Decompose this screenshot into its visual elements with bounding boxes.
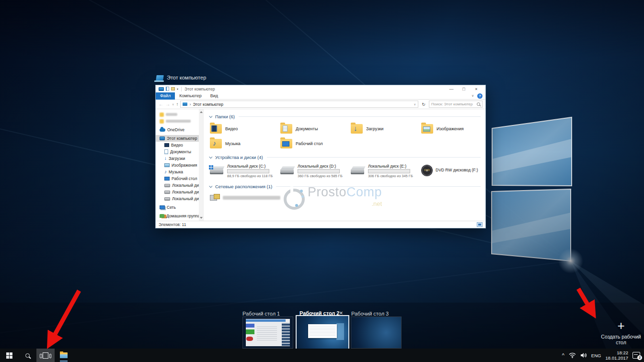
folder-tile-desktop[interactable]: Рабочий стол: [280, 136, 351, 151]
group-header-devices[interactable]: Устройства и диски (4): [210, 154, 481, 160]
sidebar-item-music[interactable]: ♪ Музыка: [156, 169, 203, 175]
collapse-chevron-icon[interactable]: [209, 184, 212, 188]
sidebar-item-this-pc[interactable]: Этот компьютер: [156, 135, 203, 142]
watermark-text-blue: Comp: [346, 185, 382, 199]
breadcrumb[interactable]: Этот компьютер: [193, 102, 223, 107]
qat-computer-icon[interactable]: [159, 87, 164, 91]
minimize-button[interactable]: —: [445, 86, 458, 92]
history-dropdown-icon[interactable]: ∨: [172, 102, 174, 106]
status-text: Элементов: 11: [159, 222, 186, 227]
capacity-bar: [368, 169, 410, 173]
collapse-chevron-icon[interactable]: [209, 114, 212, 118]
sidebar-item-downloads[interactable]: ↑ Загрузки: [156, 155, 203, 162]
folder-icon: [421, 124, 433, 134]
address-dropdown-icon[interactable]: ∨: [414, 102, 416, 106]
help-button[interactable]: ?: [477, 93, 483, 99]
language-indicator[interactable]: ENG: [591, 353, 601, 358]
tab-computer[interactable]: Компьютер: [175, 92, 206, 100]
folder-label: Рабочий стол: [296, 141, 323, 146]
sidebar-item-local-disk-d[interactable]: Локальный диск: [156, 189, 203, 195]
collapse-chevron-icon[interactable]: [209, 155, 212, 158]
sidebar-item-videos[interactable]: Видео: [156, 142, 203, 148]
desktop-label-2[interactable]: Рабочий стол 2: [299, 310, 339, 316]
sidebar-item-desktop[interactable]: Рабочий стол: [156, 175, 203, 182]
view-thumbnails-button[interactable]: [477, 222, 483, 227]
wifi-icon[interactable]: [569, 352, 576, 358]
music-note-icon: ♪: [164, 170, 167, 174]
video-icon: [164, 143, 169, 147]
windows-flag-icon: [209, 165, 213, 170]
network-icon: [160, 205, 165, 209]
close-desktop-button[interactable]: ×: [339, 310, 343, 316]
task-view-button[interactable]: [36, 349, 55, 362]
group-header-folders[interactable]: Папки (6): [210, 113, 481, 120]
tab-file[interactable]: Файл: [156, 92, 175, 100]
desktop-label-3[interactable]: Рабочий стол 3: [351, 311, 389, 317]
sidebar-item-label: Загрузки: [169, 156, 185, 161]
action-center-button[interactable]: 2: [632, 352, 640, 359]
sidebar-item-onedrive[interactable]: OneDrive: [156, 126, 203, 133]
folder-tile-music[interactable]: ♪ Музыка: [210, 136, 280, 151]
sidebar-item-pictures[interactable]: Изображения: [156, 162, 203, 169]
address-bar[interactable]: › Этот компьютер ∨: [180, 101, 418, 108]
sidebar-scrollbar[interactable]: [199, 109, 203, 221]
close-button[interactable]: ×: [470, 86, 483, 92]
desktop-thumbnail-2[interactable]: [297, 316, 348, 349]
folder-icon: ↓: [351, 124, 363, 134]
tray-expand-chevron[interactable]: ^: [562, 353, 564, 358]
folder-tile-videos[interactable]: Видео: [210, 121, 280, 136]
ribbon-collapse-icon[interactable]: ∨: [472, 94, 474, 98]
sidebar-item-documents[interactable]: Документы: [156, 148, 203, 155]
sidebar-item-local-disk-c[interactable]: Локальный диск: [156, 182, 203, 189]
sidebar-item-local-disk-e[interactable]: Локальный диск: [156, 195, 203, 202]
scroll-down-icon[interactable]: [200, 217, 203, 219]
ribbon-tabs: Файл Компьютер Вид ∨ ?: [156, 92, 485, 100]
sidebar-item-quick-access-1[interactable]: [156, 111, 203, 118]
folder-tile-downloads[interactable]: ↓ Загрузки: [351, 121, 421, 136]
drive-tile-d[interactable]: Локальный диск (D:) 360 ГБ свободно из 5…: [280, 162, 351, 181]
new-desktop-button[interactable]: +: [615, 320, 627, 332]
folder-tile-documents[interactable]: Документы: [280, 121, 351, 136]
tab-view[interactable]: Вид: [206, 92, 222, 100]
back-button[interactable]: ←: [159, 102, 163, 107]
search-box[interactable]: [429, 101, 483, 108]
search-input[interactable]: [431, 102, 477, 106]
clock[interactable]: 18:22 18.01.2017: [605, 350, 628, 361]
dvd-disc-icon: DVD: [421, 165, 433, 176]
start-button[interactable]: [0, 349, 18, 362]
desktop-thumbnail-3[interactable]: [351, 317, 401, 348]
drive-tile-c[interactable]: Локальный диск (C:) 88,9 ГБ свободно из …: [210, 162, 280, 181]
sidebar-item-quick-access-2[interactable]: [156, 118, 203, 124]
blurred-label: [166, 113, 177, 116]
drive-name: Локальный диск (C:): [227, 164, 273, 169]
up-button[interactable]: ↑: [176, 102, 178, 107]
picture-icon: [164, 163, 170, 167]
status-bar: Элементов: 11: [156, 221, 485, 228]
scroll-up-icon[interactable]: [200, 111, 203, 113]
sidebar-item-homegroup[interactable]: Домашняя группа: [156, 213, 203, 219]
refresh-button[interactable]: ↻: [420, 102, 427, 107]
folder-icon: [280, 124, 292, 134]
file-list: Папки (6) Видео Документы ↓ Загрузки: [204, 109, 485, 221]
folder-label: Загрузки: [366, 126, 383, 131]
drive-tile-dvd[interactable]: DVD DVD RW дисковод (F:): [421, 162, 485, 181]
file-explorer-button[interactable]: [55, 349, 73, 362]
forward-button[interactable]: →: [165, 102, 170, 107]
crumb-separator-icon: ›: [189, 102, 191, 107]
taskbar-search-button[interactable]: [18, 349, 36, 362]
qat-properties-icon[interactable]: [166, 87, 169, 91]
volume-icon[interactable]: [580, 352, 587, 358]
explorer-window[interactable]: ▾ Этот компьютер — □ × Файл Компьютер Ви…: [155, 85, 486, 228]
sidebar-item-label: Сеть: [167, 205, 176, 210]
folder-tile-pictures[interactable]: Изображения: [421, 121, 485, 136]
qat-dropdown-icon[interactable]: ▾: [177, 87, 178, 90]
onedrive-cloud-icon: [160, 128, 165, 132]
desktop-thumbnail-1[interactable]: [243, 317, 293, 348]
drive-name: DVD RW дисковод (F:): [436, 168, 478, 181]
drive-tile-e[interactable]: Локальный диск (E:) 306 ГБ свободно из 3…: [351, 162, 421, 181]
watermark-logo-icon: [283, 185, 304, 207]
maximize-button[interactable]: □: [458, 86, 470, 92]
qat-new-folder-icon[interactable]: [171, 87, 175, 90]
desktop-label-1[interactable]: Рабочий стол 1: [242, 311, 280, 317]
sidebar-item-network[interactable]: Сеть: [156, 204, 203, 211]
